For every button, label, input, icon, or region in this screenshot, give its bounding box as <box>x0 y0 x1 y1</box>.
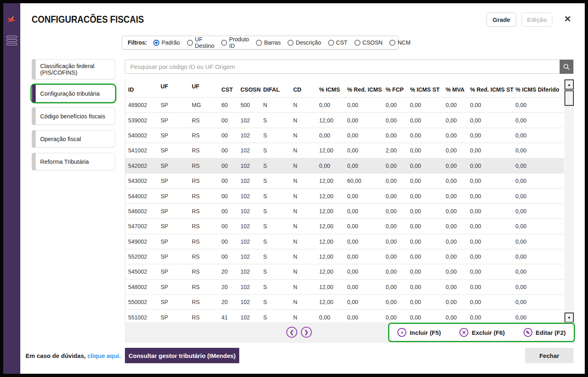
next-page-icon[interactable]: ❯ <box>301 327 312 338</box>
table-cell: RS <box>192 208 221 214</box>
scrollbar-thumb[interactable] <box>564 90 574 106</box>
column-header[interactable]: % MVA <box>446 86 470 93</box>
filter-option[interactable]: Padrão <box>153 39 180 46</box>
column-header[interactable]: UF <box>192 79 221 90</box>
table-cell: 539002 <box>128 117 161 124</box>
table-cell: 0,00 <box>386 284 410 290</box>
table-cell: 0,00 <box>347 117 386 124</box>
sidebar-item[interactable]: Código benefícios fiscais <box>32 107 115 125</box>
table-cell: 0,00 <box>515 299 564 305</box>
x-circle-icon: ✕ <box>459 328 468 337</box>
filter-option[interactable]: UF Destino <box>187 36 214 49</box>
excluir-button[interactable]: ✕Excluir (F6) <box>459 328 505 337</box>
table-row[interactable]: 547002SPRS00102SN12,000,000,000,000,000,… <box>125 218 564 233</box>
menu-icon[interactable] <box>6 36 17 47</box>
table-row[interactable]: 546002SPRS00102SN12,000,000,000,000,000,… <box>125 203 564 218</box>
column-header[interactable]: % FCP <box>386 86 410 93</box>
search-button[interactable] <box>560 60 573 74</box>
table-row[interactable]: 550002SPRS20102SN12,000,000,000,000,000,… <box>125 294 564 309</box>
filter-option[interactable]: CST <box>328 39 348 46</box>
column-header[interactable]: CD <box>293 86 319 93</box>
sidebar-item[interactable]: Configuração tributária <box>32 85 115 102</box>
table-cell: 0,00 <box>386 268 410 275</box>
incluir-button[interactable]: +Incluir (F5) <box>397 328 441 337</box>
column-header[interactable]: UF <box>161 79 192 90</box>
table-row[interactable]: 545002SPRS20102SN12,000,000,000,000,000,… <box>125 264 564 279</box>
table-cell: 0,00 <box>386 163 410 169</box>
table-row[interactable]: 551002SPRS41102SN0,000,000,000,000,000,0… <box>125 309 564 323</box>
table-cell: 00 <box>221 223 240 229</box>
table-cell: 102 <box>240 268 263 275</box>
table-cell: S <box>263 117 293 124</box>
table-row[interactable]: 549002SPRS00102SN12,000,000,000,000,000,… <box>125 234 564 249</box>
fechar-button[interactable]: Fechar <box>525 348 573 363</box>
table-cell: 0,00 <box>319 102 347 108</box>
table-row[interactable]: 539002SPRS00102SN12,000,000,000,000,000,… <box>125 112 564 127</box>
sidebar-item[interactable]: Operação fiscal <box>32 130 115 148</box>
table-row[interactable]: 489002SPMG60500NN0,000,000,000,000,000,0… <box>125 97 564 112</box>
table-cell: 0,00 <box>446 117 470 124</box>
grade-button[interactable]: Grade <box>487 13 516 27</box>
filter-option[interactable]: CSOSN <box>354 39 383 46</box>
table-row[interactable]: 540002SPRS00102SN0,000,000,000,000,000,0… <box>125 128 564 143</box>
table-cell: 12,00 <box>319 178 347 184</box>
filter-option[interactable]: Barras <box>256 39 281 46</box>
prev-page-icon[interactable]: ❮ <box>286 327 297 338</box>
sidebar-item[interactable]: Classificação federal (PIS/COFINS) <box>32 59 115 79</box>
table-row[interactable]: 548002SPRS20102SN12,000,000,000,000,000,… <box>125 279 564 294</box>
table-cell: S <box>263 314 293 321</box>
table-cell: 00 <box>221 193 240 199</box>
table-row[interactable]: 542002SPRS00102SN0,000,000,000,000,000,0… <box>125 158 564 173</box>
table-cell: 12,00 <box>319 238 347 245</box>
table-cell: 548002 <box>128 284 161 290</box>
table-cell: 0,00 <box>470 102 515 108</box>
table-row[interactable]: 552002SPRS00102SN12,000,000,000,000,000,… <box>125 249 564 264</box>
filter-option[interactable]: Produto ID <box>221 36 249 49</box>
vertical-scrollbar[interactable]: ▲ ▼ <box>564 79 574 323</box>
table-cell: N <box>293 132 319 139</box>
editar-button[interactable]: ✎Editar (F2) <box>524 328 566 337</box>
table-row[interactable]: 543002SPRS00102SN12,0060,000,000,000,000… <box>125 173 564 188</box>
column-header[interactable]: ID <box>128 86 161 93</box>
table-cell: SP <box>161 268 192 275</box>
scroll-down-icon[interactable]: ▼ <box>564 313 574 323</box>
column-header[interactable]: % ICMS ST <box>410 86 446 93</box>
table-cell: 60,00 <box>347 178 386 184</box>
sidebar-nav: Classificação federal (PIS/COFINS)Config… <box>32 59 115 176</box>
table-cell: 0,00 <box>470 163 515 169</box>
table-cell: 0,00 <box>446 102 470 108</box>
sidebar-item[interactable]: Reforma Tributária <box>32 153 115 170</box>
table-row[interactable]: 544002SPRS00102SN12,000,000,000,000,000,… <box>125 188 564 203</box>
help-link[interactable]: clique aqui. <box>87 352 121 359</box>
close-icon[interactable]: ✕ <box>564 15 571 23</box>
table-row[interactable]: 541002SPRS00102SN12,000,002,000,000,000,… <box>125 143 564 158</box>
column-header[interactable]: CST <box>221 86 240 93</box>
filter-option[interactable]: NCM <box>389 39 410 46</box>
table-cell: 0,00 <box>470 132 515 139</box>
table-cell: 0,00 <box>347 132 386 139</box>
radio-icon <box>153 40 159 46</box>
filter-option[interactable]: Descrição <box>288 39 321 46</box>
table-cell: SP <box>161 178 192 184</box>
scroll-up-icon[interactable]: ▲ <box>564 79 574 90</box>
table-cell: 0,00 <box>515 147 564 154</box>
column-header[interactable]: % Red. ICMS <box>347 86 386 93</box>
search-input[interactable] <box>125 60 560 74</box>
table-cell: 0,00 <box>410 178 446 184</box>
table-cell: 547002 <box>128 223 161 229</box>
column-header[interactable]: % ICMS <box>319 86 347 93</box>
column-header[interactable]: % ICMS Diferido <box>515 86 564 93</box>
table-cell: 0,00 <box>347 208 386 214</box>
table-cell: S <box>263 132 293 139</box>
consultar-gestor-button[interactable]: Consultar gestor tributário (IMendes) <box>125 348 239 363</box>
table-cell: 12,00 <box>319 299 347 305</box>
edicao-button[interactable]: Edição <box>521 13 552 27</box>
plus-circle-icon: + <box>397 328 406 337</box>
filters-options: PadrãoUF DestinoProduto IDBarrasDescriçã… <box>153 36 410 49</box>
column-header[interactable]: DIFAL <box>263 86 293 93</box>
column-header[interactable]: CSOSN <box>240 86 263 93</box>
table-cell: 489002 <box>128 102 161 108</box>
table-cell: 2,00 <box>386 147 410 154</box>
column-header[interactable]: % Red. ICMS ST <box>470 86 515 93</box>
table-cell: 0,00 <box>515 238 564 245</box>
